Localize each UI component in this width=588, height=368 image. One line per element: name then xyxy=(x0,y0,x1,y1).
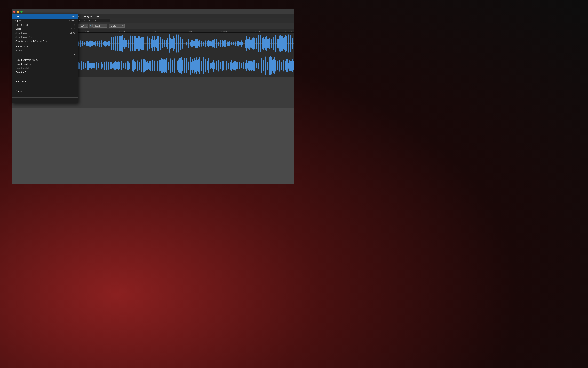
audio-search-btn[interactable]: 🔍 xyxy=(88,24,93,28)
menu-item-export-labels: Export Multiple... xyxy=(12,66,78,70)
menu-item-edit-chains[interactable] xyxy=(12,83,78,88)
menu-analyze[interactable]: Analyze xyxy=(82,15,93,18)
menu-item-new[interactable]: New Ctrl+N xyxy=(12,15,78,18)
output-device-select[interactable]: default xyxy=(93,24,107,28)
menu-item-export-audio[interactable]: Export Selected Audio... xyxy=(12,58,78,62)
menu-item-close[interactable]: Close Ctrl+W xyxy=(12,27,78,31)
sep-5 xyxy=(108,24,108,28)
menu-item-apply-chain[interactable]: Edit Chains... xyxy=(12,79,78,83)
ruler-mark-5: 1:56.40 xyxy=(186,30,193,32)
menu-item-edit-meta[interactable]: Import xyxy=(12,48,78,53)
menu-item-print[interactable] xyxy=(12,93,78,97)
menu-item-import[interactable]: ▶ xyxy=(12,53,78,57)
empty-area xyxy=(12,108,294,184)
ruler-mark-4: 1:56.30 xyxy=(153,30,159,32)
ruler-mark-7: 1:56.60 xyxy=(254,30,261,32)
menu-item-export-midi xyxy=(12,74,78,78)
ruler-mark-3: 1:56.20 xyxy=(119,30,125,32)
menu-help[interactable]: Help xyxy=(94,15,102,18)
title-bar xyxy=(12,9,294,14)
recent-arrow: ▶ xyxy=(74,24,75,26)
menu-item-recent[interactable]: Recent Files ▶ xyxy=(12,23,78,27)
menu-item-export-multiple[interactable]: Export MIDI... xyxy=(12,70,78,74)
channel-select[interactable]: 2 (Stereo) xyxy=(109,24,125,28)
menu-item-save-compressed[interactable]: Save Compressed Copy of Project... xyxy=(12,39,78,43)
menu-item-save-as[interactable]: Save Project As... xyxy=(12,35,78,39)
menu-item-save[interactable]: Save Project Ctrl+S xyxy=(12,31,78,35)
audio-host-select[interactable]: ALSA xyxy=(78,24,88,28)
menu-item-exit[interactable] xyxy=(12,98,78,102)
ruler-mark-8: 1:56.70 xyxy=(285,30,292,32)
ruler-mark-2: 1:56.10 xyxy=(85,30,91,32)
close-button[interactable] xyxy=(13,11,16,13)
maximize-button[interactable] xyxy=(20,11,23,13)
ruler-mark-6: 1:56.50 xyxy=(220,30,227,32)
menu-item-check-deps[interactable]: Edit Metadata... xyxy=(12,44,78,48)
sep-1 xyxy=(12,44,78,44)
menu-item-open[interactable]: Open... Ctrl+O xyxy=(12,18,78,23)
menu-item-page-setup[interactable]: Print... xyxy=(12,89,78,93)
file-dropdown-menu: New Ctrl+N Open... Ctrl+O Recent Files ▶… xyxy=(12,14,78,103)
sep-4 xyxy=(12,88,78,88)
minimize-button[interactable] xyxy=(17,11,19,13)
import-arrow: ▶ xyxy=(74,54,75,55)
menu-item-export-selected[interactable]: Export Labels... xyxy=(12,62,78,66)
